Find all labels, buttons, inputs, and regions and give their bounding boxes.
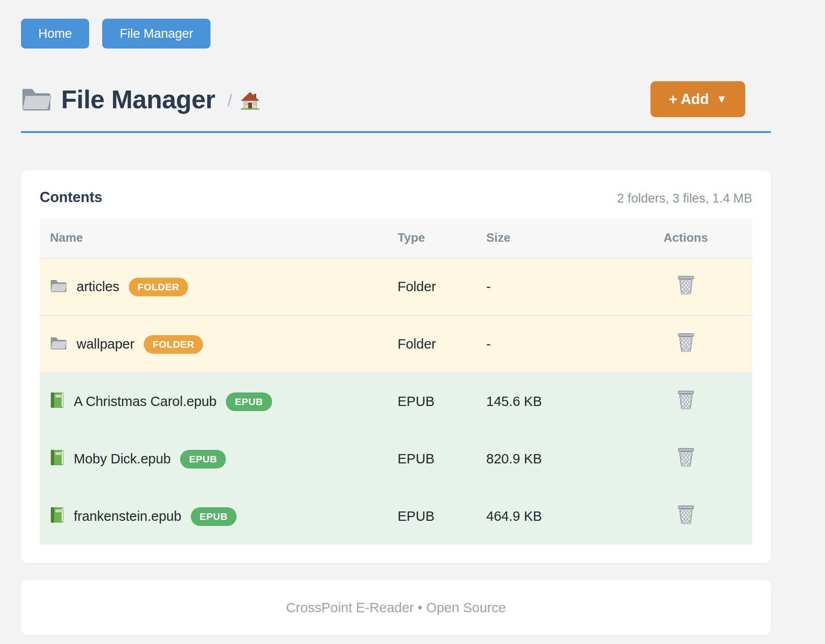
delete-button[interactable]	[677, 390, 695, 410]
green-book-icon	[50, 392, 64, 412]
name-cell: frankenstein.epubEPUB	[40, 506, 398, 527]
cell-size: -	[486, 315, 619, 373]
page-title: File Manager	[61, 84, 215, 114]
delete-button[interactable]	[677, 333, 695, 352]
caret-down-icon: ▼	[716, 93, 727, 105]
name-cell: wallpaperFOLDER	[40, 335, 398, 354]
delete-button[interactable]	[677, 505, 695, 525]
folder-name-link[interactable]: articles	[77, 279, 119, 294]
add-button[interactable]: + Add ▼	[650, 81, 745, 117]
trash-icon	[677, 347, 695, 354]
name-cell: Moby Dick.epubEPUB	[40, 449, 398, 469]
type-badge: EPUB	[191, 507, 237, 526]
footer-text: CrossPoint E-Reader • Open Source	[286, 600, 506, 616]
table-row: articlesFOLDERFolder-	[40, 258, 752, 315]
table-row: wallpaperFOLDERFolder-	[40, 315, 752, 373]
table-row: frankenstein.epubEPUBEPUB464.9 KB	[40, 488, 752, 545]
column-header-name: Name	[40, 218, 398, 258]
cell-type: EPUB	[398, 430, 486, 488]
files-table-header: Name Type Size Actions	[40, 218, 752, 258]
green-book-icon	[50, 449, 64, 469]
cell-size: -	[486, 258, 619, 315]
contents-title: Contents	[40, 189, 102, 206]
table-row: A Christmas Carol.epubEPUBEPUB145.6 KB	[40, 373, 752, 430]
top-nav: Home File Manager	[21, 19, 771, 49]
folder-icon	[50, 278, 67, 296]
cell-type: EPUB	[398, 373, 486, 430]
page-header: File Manager / + Add ▼	[21, 81, 771, 117]
trash-icon	[677, 519, 695, 526]
type-badge: EPUB	[226, 392, 272, 411]
column-header-type: Type	[398, 218, 486, 258]
home-icon[interactable]	[240, 91, 260, 112]
contents-card: Contents 2 folders, 3 files, 1.4 MB Name…	[21, 170, 771, 563]
title-group: File Manager /	[21, 84, 260, 114]
name-cell: articlesFOLDER	[40, 278, 398, 296]
trash-icon	[677, 404, 695, 411]
name-cell: A Christmas Carol.epubEPUB	[40, 392, 398, 412]
main-container: Home File Manager File Manager /	[21, 0, 771, 635]
trash-icon	[677, 289, 695, 296]
file-name-link[interactable]: Moby Dick.epub	[74, 451, 171, 467]
folder-name-link[interactable]: wallpaper	[77, 336, 134, 352]
cell-size: 464.9 KB	[486, 488, 619, 545]
divider	[21, 131, 771, 133]
cell-actions	[619, 488, 752, 545]
delete-button[interactable]	[677, 448, 695, 467]
table-row: Moby Dick.epubEPUBEPUB820.9 KB	[40, 430, 752, 488]
green-book-icon	[50, 506, 64, 527]
file-name-link[interactable]: A Christmas Carol.epub	[74, 394, 217, 409]
add-button-label: + Add	[669, 91, 709, 108]
files-table: Name Type Size Actions articlesFOLDERFol…	[40, 218, 752, 545]
type-badge: EPUB	[180, 450, 226, 469]
cell-type: Folder	[398, 315, 486, 373]
folder-icon	[21, 85, 52, 113]
contents-card-header: Contents 2 folders, 3 files, 1.4 MB	[40, 189, 752, 206]
breadcrumb-separator: /	[227, 91, 232, 111]
file-manager-button[interactable]: File Manager	[102, 19, 210, 49]
column-header-size: Size	[486, 218, 619, 258]
cell-actions	[619, 373, 752, 430]
page: { "nav": { "buttons": [ { "label": "Home…	[0, 0, 825, 644]
cell-actions	[619, 258, 752, 315]
cell-type: EPUB	[398, 488, 486, 545]
footer: CrossPoint E-Reader • Open Source	[21, 580, 771, 635]
cell-actions	[619, 430, 752, 488]
cell-actions	[619, 315, 752, 373]
type-badge: FOLDER	[129, 278, 188, 296]
cell-size: 820.9 KB	[486, 430, 619, 488]
column-header-actions: Actions	[619, 218, 752, 258]
contents-summary: 2 folders, 3 files, 1.4 MB	[617, 191, 752, 206]
delete-button[interactable]	[677, 275, 695, 295]
file-name-link[interactable]: frankenstein.epub	[74, 509, 182, 524]
folder-icon	[50, 336, 67, 353]
trash-icon	[677, 462, 695, 469]
cell-type: Folder	[398, 258, 486, 315]
cell-size: 145.6 KB	[486, 373, 619, 430]
type-badge: FOLDER	[144, 335, 203, 354]
home-button[interactable]: Home	[21, 19, 89, 49]
